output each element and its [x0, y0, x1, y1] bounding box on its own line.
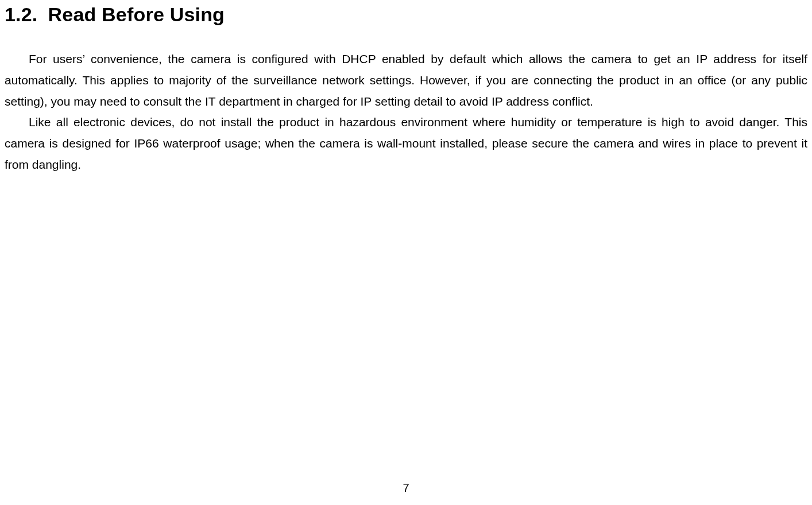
- section-heading: 1.2.Read Before Using: [5, 3, 807, 26]
- section-title: Read Before Using: [48, 3, 225, 25]
- section-number: 1.2.: [5, 3, 38, 26]
- paragraph-1: For users’ convenience, the camera is co…: [5, 49, 807, 112]
- paragraph-2: Like all electronic devices, do not inst…: [5, 112, 807, 175]
- page-number: 7: [0, 481, 812, 495]
- body-text: For users’ convenience, the camera is co…: [5, 49, 807, 176]
